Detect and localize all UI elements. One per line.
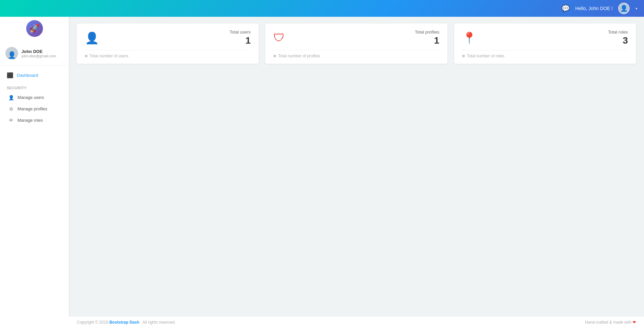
app-layout: 🚀 👤 John DOE john.doe@gmail.com ⬛ Dashbo… — [0, 17, 644, 328]
roles-stat-value: 3 — [608, 35, 628, 46]
footer-handcrafted: Hand-crafted & made with ❤ — [585, 320, 636, 325]
profiles-stat-values: Total profiles 1 — [415, 30, 439, 46]
stat-card-top-users: 👤 Total users 1 — [85, 30, 251, 46]
footer-right: Hand-crafted & made with ❤ — [585, 320, 636, 325]
heart-icon: ❤ — [633, 320, 636, 325]
sidebar-user-email: john.doe@gmail.com — [21, 54, 56, 58]
stat-card-roles: 📍 Total roles 3 Total number of roles — [454, 23, 636, 64]
roles-stat-icon: 📍 — [462, 31, 476, 45]
sidebar-nav: ⬛ Dashboard Security 👤 Manage users ⚙ Ma… — [0, 65, 69, 129]
header-greeting: Hello, John DOE ! — [575, 6, 613, 11]
sidebar-user-name: John DOE — [21, 49, 56, 54]
manage-profiles-icon: ⚙ — [8, 106, 14, 112]
users-stat-icon: 👤 — [85, 31, 99, 45]
profiles-stat-label: Total profiles — [415, 30, 439, 35]
security-section-title: Security — [0, 82, 69, 92]
users-stat-description: Total number of users — [90, 54, 128, 58]
sidebar-profile: 👤 John DOE john.doe@gmail.com — [0, 40, 69, 65]
manage-roles-label: Manage roles — [17, 118, 43, 123]
dashboard-icon: ⬛ — [7, 72, 13, 78]
sidebar-item-manage-profiles[interactable]: ⚙ Manage profiles — [0, 103, 69, 115]
profiles-stat-value: 1 — [415, 35, 439, 46]
header-right: 💬 Hello, John DOE ! 👤 ▾ — [561, 3, 637, 14]
sidebar: 🚀 👤 John DOE john.doe@gmail.com ⬛ Dashbo… — [0, 17, 69, 328]
users-stat-value: 1 — [229, 35, 251, 46]
footer: Copyright © 2018 Bootstrap Dash . All ri… — [69, 316, 644, 328]
users-stat-values: Total users 1 — [229, 30, 251, 46]
chevron-down-icon[interactable]: ▾ — [636, 7, 637, 10]
profiles-stat-description: Total number of profiles — [278, 54, 320, 58]
stat-card-top-profiles: 🛡 Total profiles 1 — [273, 30, 439, 46]
sidebar-logo: 🚀 — [0, 17, 69, 40]
roles-stat-label: Total roles — [608, 30, 628, 35]
sidebar-item-dashboard[interactable]: ⬛ Dashboard — [0, 69, 69, 82]
roles-stat-bottom: Total number of roles — [462, 50, 628, 58]
users-stat-dot — [85, 55, 88, 57]
manage-roles-icon: 👁 — [8, 118, 14, 123]
main-content: 👤 Total users 1 Total number of users 🛡 — [69, 17, 644, 328]
footer-copyright: Copyright © 2018 — [77, 320, 109, 325]
users-stat-bottom: Total number of users — [85, 50, 251, 58]
avatar: 👤 — [5, 47, 18, 60]
roles-stat-description: Total number of roles — [467, 54, 504, 58]
profiles-stat-icon: 🛡 — [273, 31, 285, 44]
stat-card-top-roles: 📍 Total roles 3 — [462, 30, 628, 46]
user-avatar[interactable]: 👤 — [618, 3, 630, 14]
footer-suffix: . All rights reserved. — [141, 320, 176, 325]
stat-card-profiles: 🛡 Total profiles 1 Total number of profi… — [265, 23, 447, 64]
profiles-stat-bottom: Total number of profiles — [273, 50, 439, 58]
stats-row: 👤 Total users 1 Total number of users 🛡 — [77, 23, 636, 64]
sidebar-item-manage-users[interactable]: 👤 Manage users — [0, 92, 69, 103]
roles-stat-dot — [462, 55, 465, 57]
profiles-stat-dot — [273, 55, 276, 57]
footer-left: Copyright © 2018 Bootstrap Dash . All ri… — [77, 320, 176, 325]
manage-profiles-label: Manage profiles — [17, 107, 47, 111]
roles-stat-values: Total roles 3 — [608, 30, 628, 46]
sidebar-user-info: John DOE john.doe@gmail.com — [21, 49, 56, 58]
manage-users-label: Manage users — [17, 95, 44, 100]
stat-card-users: 👤 Total users 1 Total number of users — [77, 23, 259, 64]
header: 💬 Hello, John DOE ! 👤 ▾ — [0, 0, 644, 17]
manage-users-icon: 👤 — [8, 95, 14, 100]
users-stat-label: Total users — [229, 30, 251, 35]
logo-icon: 🚀 — [26, 20, 43, 37]
footer-brand[interactable]: Bootstrap Dash — [109, 320, 139, 325]
sidebar-item-manage-roles[interactable]: 👁 Manage roles — [0, 115, 69, 126]
sidebar-item-label: Dashboard — [17, 73, 38, 78]
messages-icon[interactable]: 💬 — [561, 4, 570, 12]
